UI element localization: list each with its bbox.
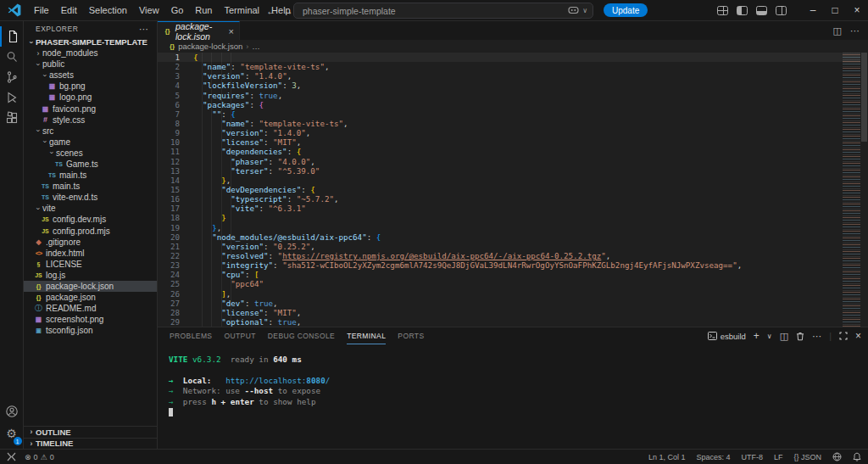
customize-layout-icon[interactable] <box>717 6 728 15</box>
code-line[interactable]: 17 "vite": "^6.3.1" <box>158 204 843 213</box>
tree-item-public[interactable]: ›public <box>24 59 157 70</box>
code-line[interactable]: 25 "ppc64" <box>158 279 843 288</box>
resolved-url-link[interactable]: https://registry.npmjs.org/@esbuild/aix-… <box>282 251 601 260</box>
tree-item-log.js[interactable]: JSlog.js <box>24 270 157 281</box>
tree-item-assets[interactable]: ›assets <box>24 70 157 81</box>
tab-close-icon[interactable]: × <box>229 26 234 36</box>
tree-root-folder[interactable]: › PHASER-SIMPLE-TEMPLATE <box>24 36 157 48</box>
copilot-menu[interactable]: ∨ <box>568 6 587 15</box>
tree-item-index.html[interactable]: <>index.html <box>24 248 157 259</box>
code-line[interactable]: 11 "dependencies": { <box>158 147 843 156</box>
tree-item-style.css[interactable]: #style.css <box>24 115 157 126</box>
panel-more-icon[interactable]: ⋯ <box>812 331 821 342</box>
panel-tab-terminal[interactable]: TERMINAL <box>347 327 386 344</box>
tree-item-vite-env.d.ts[interactable]: TSvite-env.d.ts <box>24 192 157 203</box>
menu-terminal[interactable]: Terminal <box>219 3 266 18</box>
code-line[interactable]: 6 "packages": { <box>158 100 843 109</box>
panel-tab-debug-console[interactable]: DEBUG CONSOLE <box>268 327 335 344</box>
source-control-icon[interactable] <box>0 67 24 87</box>
maximize-panel-icon[interactable] <box>839 332 848 340</box>
code-line[interactable]: 19 }, <box>158 223 843 232</box>
extensions-icon[interactable] <box>0 108 24 128</box>
tree-item-.gitignore[interactable]: ◆.gitignore <box>24 237 157 248</box>
search-icon[interactable] <box>0 47 24 67</box>
code-line[interactable]: 10 "license": "MIT", <box>158 137 843 147</box>
menu-run[interactable]: Run <box>189 3 218 18</box>
notifications-bell-icon[interactable] <box>853 452 861 461</box>
code-line[interactable]: 16 "typescript": "~5.7.2", <box>158 194 843 204</box>
code-line[interactable]: 5 "requires": true, <box>158 91 843 100</box>
browser-globe-icon[interactable] <box>832 452 842 461</box>
tree-item-bg.png[interactable]: ▦bg.png <box>24 81 157 92</box>
code-line[interactable]: 7 "": { <box>158 109 843 119</box>
run-debug-icon[interactable] <box>0 87 24 108</box>
code-line[interactable]: 21 "version": "0.25.2", <box>158 242 843 251</box>
code-line[interactable]: 4 "lockfileVersion": 3, <box>158 81 843 90</box>
status-spaces-4[interactable]: Spaces: 4 <box>696 453 730 461</box>
command-center[interactable]: phaser-simple-template ∨ <box>293 3 593 19</box>
menu-selection[interactable]: Selection <box>83 3 133 18</box>
tree-item-package-lock.json[interactable]: {}package-lock.json <box>24 281 157 292</box>
tab-package-lock[interactable]: {} package-lock.json × <box>158 21 240 40</box>
kill-terminal-icon[interactable] <box>796 332 804 341</box>
close-panel-icon[interactable]: × <box>855 330 861 342</box>
localhost-link[interactable]: http://localhost: <box>225 376 306 385</box>
editor-scrollbar[interactable] <box>860 53 868 327</box>
tree-item-main.ts[interactable]: TSmain.ts <box>24 181 157 192</box>
tree-item-game[interactable]: ›game <box>24 137 157 148</box>
explorer-icon[interactable] <box>0 26 24 47</box>
code-line[interactable]: 1{ <box>158 53 843 62</box>
tree-item-logo.png[interactable]: ▦logo.png <box>24 92 157 103</box>
tree-item-node_modules[interactable]: ›node_modules <box>24 48 157 59</box>
tree-item-config.dev.mjs[interactable]: JSconfig.dev.mjs <box>24 214 157 225</box>
tree-item-tsconfig.json[interactable]: ▣tsconfig.json <box>24 325 157 336</box>
toggle-secondary-sidebar-icon[interactable] <box>776 6 787 15</box>
tree-item-screenshot.png[interactable]: ▦screenshot.png <box>24 314 157 325</box>
tree-item-config.prod.mjs[interactable]: JSconfig.prod.mjs <box>24 226 157 237</box>
maximize-button[interactable]: □ <box>824 4 846 16</box>
tree-item-main.ts[interactable]: TSmain.ts <box>24 170 157 181</box>
settings-gear-icon[interactable]: ⚙ 1 <box>0 422 24 445</box>
problems-status[interactable]: ⊗ 0 ⚠ 0 <box>25 453 54 461</box>
tree-item-src[interactable]: ›src <box>24 126 157 137</box>
code-line[interactable]: 14 }, <box>158 176 843 185</box>
menu-file[interactable]: File <box>28 3 55 18</box>
tree-item-Game.ts[interactable]: TSGame.ts <box>24 159 157 170</box>
code-line[interactable]: 23 "integrity": "sha512-wCIboOL2yXZym2cg… <box>158 260 843 270</box>
terminal-dropdown-icon[interactable]: ∨ <box>767 333 772 340</box>
menu-view[interactable]: View <box>133 3 165 18</box>
back-icon[interactable]: ← <box>266 5 276 17</box>
breadcrumb[interactable]: {} package-lock.json › … <box>158 40 868 53</box>
terminal-instance[interactable]: esbuild <box>708 332 746 341</box>
terminal-output[interactable]: VITE v6.3.2 ready in 640 ms → Local: htt… <box>158 344 868 449</box>
code-line[interactable]: 29 "optional": true, <box>158 317 843 327</box>
panel-tab-output[interactable]: OUTPUT <box>224 327 255 344</box>
section-outline[interactable]: ›OUTLINE <box>24 426 157 438</box>
code-editor[interactable]: 1{2 "name": "template-vite-ts",3 "versio… <box>158 53 843 327</box>
breadcrumb-symbol[interactable]: … <box>252 42 260 51</box>
localhost-link[interactable]: 8080 <box>306 376 325 385</box>
code-line[interactable]: 13 "terser": "^5.39.0" <box>158 166 843 176</box>
minimap[interactable] <box>843 53 860 327</box>
code-line[interactable]: 18 } <box>158 213 843 222</box>
scrollbar-thumb[interactable] <box>861 53 867 142</box>
code-line[interactable]: 12 "phaser": "4.0.0", <box>158 157 843 166</box>
tree-item-favicon.png[interactable]: ▦favicon.png <box>24 103 157 114</box>
new-terminal-icon[interactable]: + <box>754 330 760 342</box>
status-ln-1-col-1[interactable]: Ln 1, Col 1 <box>648 453 686 461</box>
split-editor-icon[interactable]: ◫ <box>833 25 842 36</box>
forward-icon[interactable]: → <box>283 5 293 17</box>
code-line[interactable]: 15 "devDependencies": { <box>158 185 843 194</box>
code-line[interactable]: 2 "name": "template-vite-ts", <box>158 62 843 71</box>
localhost-link[interactable]: / <box>326 376 331 385</box>
minimize-button[interactable]: – <box>802 4 824 16</box>
explorer-more-icon[interactable]: ⋯ <box>139 24 148 35</box>
code-line[interactable]: 22 "resolved": "https://registry.npmjs.o… <box>158 251 843 260</box>
tree-item-package.json[interactable]: {}package.json <box>24 292 157 303</box>
code-line[interactable]: 20 "node_modules/@esbuild/aix-ppc64": { <box>158 232 843 242</box>
tree-item-vite[interactable]: ›vite <box>24 203 157 214</box>
panel-tab-problems[interactable]: PROBLEMS <box>170 327 212 344</box>
account-icon[interactable] <box>0 401 24 422</box>
toggle-panel-icon[interactable] <box>756 6 767 15</box>
tree-item-LICENSE[interactable]: §LICENSE <box>24 259 157 270</box>
